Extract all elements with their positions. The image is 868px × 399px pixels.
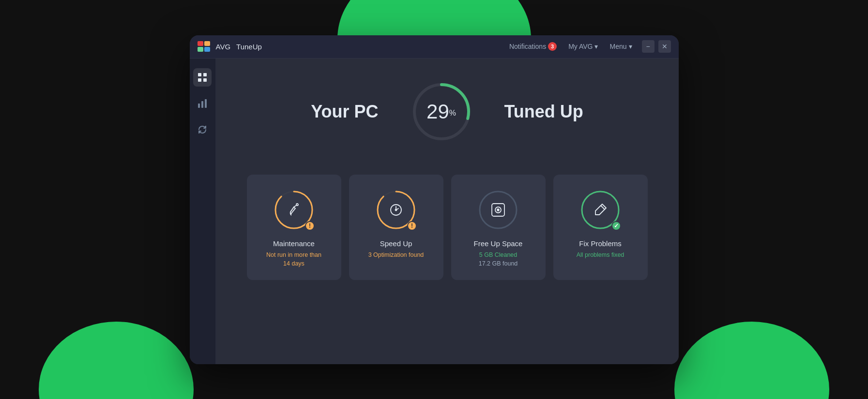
myavg-label: My AVG [568,43,593,50]
speedup-sub: 3 Optimization found [368,251,424,260]
sidebar [190,59,216,364]
titlebar-nav: Notifications 3 My AVG ▾ Menu ▾ [509,42,632,51]
minimize-button[interactable]: − [642,40,655,53]
maintenance-title: Maintenance [273,239,315,248]
myavg-button[interactable]: My AVG ▾ [568,43,598,50]
pc-score-section: Your PC 29% Tuned Up [311,78,583,146]
window-controls: − ✕ [642,40,671,53]
myavg-chevron-icon: ▾ [594,43,598,50]
app-name-label: TuneUp [236,43,262,51]
speedup-icon-wrap: ! [374,188,418,232]
titlebar: AVG TuneUp Notifications 3 My AVG ▾ Menu… [190,35,679,59]
sidebar-icon-chart[interactable] [193,94,212,113]
svg-point-20 [497,209,499,211]
your-pc-label: Your PC [311,102,378,122]
freeupspace-cleaned: 5 GB Cleaned [479,251,518,258]
freeupspace-title: Free Up Space [474,239,523,248]
svg-rect-6 [205,99,207,108]
speedup-icon [388,202,404,218]
fixproblems-title: Fix Problems [579,239,622,248]
notifications-label: Notifications [509,43,546,50]
svg-rect-1 [203,73,207,76]
notifications-button[interactable]: Notifications 3 [509,42,557,51]
logo-sq3 [198,47,203,52]
freeupspace-card[interactable]: Free Up Space 5 GB Cleaned 17.2 GB found [451,175,546,281]
score-number: 29 [426,100,449,123]
menu-chevron-icon: ▾ [629,43,632,50]
fixproblems-icon [593,202,608,218]
cards-row: ! Maintenance Not run in more than14 day… [235,175,659,281]
outer-background: AVG TuneUp Notifications 3 My AVG ▾ Menu… [0,0,868,399]
maintenance-icon [286,202,302,218]
speedup-badge: ! [407,221,417,231]
notifications-badge: 3 [548,42,557,51]
freeupspace-icon [490,202,506,218]
app-logo: AVG TuneUp [198,41,262,52]
logo-sq2 [204,41,210,46]
freeupspace-sub: 5 GB Cleaned 17.2 GB found [479,251,518,269]
fixproblems-badge: ✓ [611,221,621,231]
svg-rect-2 [198,78,201,82]
blob-bottom-left [39,322,194,399]
maintenance-sub: Not run in more than14 days [266,251,321,269]
fixproblems-icon-wrap: ✓ [579,188,622,232]
fixproblems-sub: All problems fixed [577,251,624,260]
score-circle: 29% [408,78,475,146]
svg-point-16 [396,209,397,210]
svg-rect-0 [198,73,201,76]
avg-logo-grid [198,41,210,52]
score-text: 29% [426,102,456,122]
score-percent: % [449,108,456,117]
svg-rect-5 [201,101,203,108]
freeupspace-found: 17.2 GB found [479,260,518,267]
menu-label: Menu [609,43,626,50]
maintenance-icon-wrap: ! [272,188,316,232]
svg-rect-3 [203,78,207,82]
sidebar-icon-grid[interactable] [193,68,212,87]
tuned-up-label: Tuned Up [504,102,583,122]
maintenance-badge: ! [305,221,315,231]
logo-sq1 [198,41,203,46]
fixproblems-card[interactable]: ✓ Fix Problems All problems fixed [553,175,648,281]
freeupspace-icon-wrap [476,188,520,232]
content-area: Your PC 29% Tuned Up [190,59,679,364]
brand-label: AVG [216,43,231,51]
main-content: Your PC 29% Tuned Up [216,59,679,364]
svg-point-12 [296,204,298,206]
sidebar-icon-refresh[interactable] [193,120,212,139]
blob-bottom-right [674,322,829,399]
close-button[interactable]: ✕ [658,40,671,53]
app-window: AVG TuneUp Notifications 3 My AVG ▾ Menu… [190,35,679,364]
speedup-card[interactable]: ! Speed Up 3 Optimization found [349,175,443,281]
logo-sq4 [204,47,210,52]
menu-button[interactable]: Menu ▾ [609,43,632,50]
svg-rect-4 [198,103,200,108]
maintenance-card[interactable]: ! Maintenance Not run in more than14 day… [247,175,341,281]
speedup-title: Speed Up [380,239,412,248]
